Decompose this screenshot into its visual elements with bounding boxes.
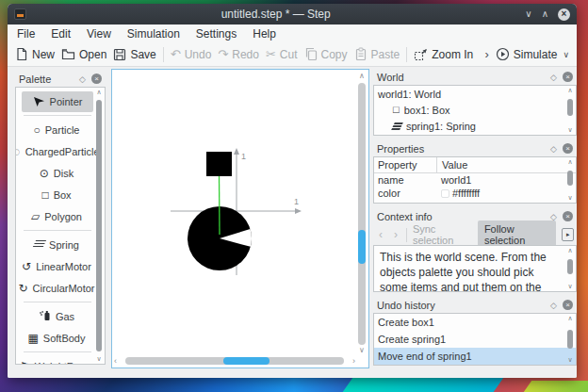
scroll-up-icon[interactable]: ∧: [356, 72, 368, 80]
canvas-horizontal-scrollbar[interactable]: ‹ ›: [114, 355, 355, 367]
undo-button[interactable]: ↶ Undo: [171, 48, 212, 61]
forward-icon[interactable]: ›: [391, 228, 400, 241]
scroll-down-icon[interactable]: ∨: [565, 194, 575, 202]
simulate-dropdown-icon[interactable]: ∨: [563, 50, 569, 59]
panel-close-icon[interactable]: ×: [563, 72, 573, 82]
panel-close-icon[interactable]: ×: [563, 211, 573, 221]
undo-panel-title: Undo history: [377, 300, 545, 311]
tree-item-label: spring1: Spring: [406, 121, 476, 132]
panel-close-icon[interactable]: ×: [91, 74, 102, 84]
tree-item-box1[interactable]: □ box1: Box: [374, 102, 576, 118]
undo-item[interactable]: Create box1: [374, 314, 576, 331]
scroll-up-icon[interactable]: ∧: [565, 87, 575, 94]
save-button[interactable]: Save: [113, 48, 155, 61]
world-canvas[interactable]: 1 1 ∧ ∨: [111, 69, 369, 368]
scrollbar-thumb[interactable]: [567, 330, 573, 349]
palette-item-pointer[interactable]: Pointer: [22, 91, 93, 112]
palette-separator: [24, 351, 91, 352]
palette-item-chargedparticle[interactable]: ◌ ChargedParticle: [18, 140, 95, 162]
scrollbar-track[interactable]: [125, 357, 344, 365]
world-scrollbar[interactable]: ∧ ∨: [565, 87, 575, 134]
palette-scrollbar[interactable]: ∧ ∨: [94, 89, 104, 363]
scroll-down-icon[interactable]: ∨: [565, 126, 575, 134]
canvas-vertical-scrollbar[interactable]: ∧ ∨: [356, 72, 368, 354]
scrollbar-thumb[interactable]: [96, 100, 102, 351]
pointer-icon: [33, 95, 45, 109]
palette-item-spring[interactable]: Spring: [18, 234, 95, 255]
property-row-time[interactable]: time 0 s: [374, 200, 576, 204]
property-row-name[interactable]: name world1: [374, 173, 576, 187]
float-icon[interactable]: ◇: [550, 301, 557, 310]
scroll-up-icon[interactable]: ∧: [565, 158, 575, 166]
new-button[interactable]: New: [15, 47, 55, 61]
simulate-button[interactable]: Simulate ∨: [496, 47, 569, 61]
zoom-in-button[interactable]: Zoom In: [414, 48, 473, 61]
show-panel-icon[interactable]: ▸: [562, 228, 574, 241]
panel-close-icon[interactable]: ×: [563, 300, 573, 310]
undo-scrollbar[interactable]: ∧ ∨: [565, 315, 575, 364]
palette-item-gas[interactable]: Gas: [18, 305, 95, 327]
panel-close-icon[interactable]: ×: [563, 143, 573, 154]
palette-item-softbody[interactable]: ▦ SoftBody: [18, 327, 95, 349]
open-button[interactable]: Open: [61, 48, 106, 61]
scroll-down-icon[interactable]: ∨: [94, 355, 104, 363]
toolbar-overflow-icon[interactable]: ›: [484, 47, 488, 61]
column-property[interactable]: Property: [374, 159, 436, 171]
column-value[interactable]: Value: [436, 157, 576, 172]
menu-settings[interactable]: Settings: [196, 27, 237, 41]
menu-simulation[interactable]: Simulation: [127, 27, 180, 41]
box1-body[interactable]: [206, 152, 232, 176]
scrollbar-thumb[interactable]: [223, 357, 270, 365]
property-row-color[interactable]: color #ffffffff: [374, 187, 576, 200]
properties-scrollbar[interactable]: ∧ ∨: [565, 158, 575, 202]
scroll-up-icon[interactable]: ∧: [565, 247, 575, 254]
palette-item-linearmotor[interactable]: ↺ LinearMotor: [18, 255, 95, 277]
menu-file[interactable]: File: [17, 27, 35, 41]
menu-help[interactable]: Help: [253, 27, 276, 41]
undo-item-selected[interactable]: Move end of spring1: [374, 348, 576, 365]
float-icon[interactable]: ◇: [550, 73, 557, 82]
scroll-left-icon[interactable]: ‹: [114, 355, 117, 367]
redo-button[interactable]: ↷ Redo: [218, 48, 259, 61]
scrollbar-thumb[interactable]: [567, 99, 573, 116]
context-scrollbar[interactable]: ∧ ∨: [565, 247, 575, 290]
maximize-icon[interactable]: ∧: [542, 9, 548, 19]
scroll-down-icon[interactable]: ∨: [565, 283, 575, 290]
menu-edit[interactable]: Edit: [51, 27, 71, 41]
float-icon[interactable]: ◇: [79, 74, 86, 84]
scroll-up-icon[interactable]: ∧: [94, 89, 104, 96]
toolbar-separator: [163, 47, 164, 62]
sync-selection-button[interactable]: Sync selection: [413, 223, 472, 246]
palette-item-weightforce[interactable]: ⚑ WeightForce: [18, 355, 95, 365]
close-icon[interactable]: ×: [558, 8, 570, 21]
copy-button[interactable]: Copy: [304, 47, 348, 61]
palette-item-box[interactable]: □ Box: [18, 184, 95, 205]
palette-item-circularmotor[interactable]: ↻ CircularMotor: [18, 277, 95, 299]
scroll-up-icon[interactable]: ∧: [565, 315, 575, 322]
scroll-right-icon[interactable]: ›: [352, 355, 355, 367]
spring1-body[interactable]: [220, 176, 220, 235]
palette-item-disk[interactable]: ⊙ Disk: [18, 162, 95, 184]
charged-particle-icon: ◌: [15, 146, 21, 157]
minimize-icon[interactable]: ∨: [525, 9, 531, 19]
float-icon[interactable]: ◇: [550, 144, 557, 154]
cut-button[interactable]: ✂ Cut: [266, 48, 298, 61]
float-icon[interactable]: ◇: [550, 212, 557, 221]
scroll-down-icon[interactable]: ∨: [356, 346, 368, 354]
tree-item-spring1[interactable]: spring1: Spring: [374, 118, 576, 134]
menu-view[interactable]: View: [87, 27, 111, 41]
paste-button[interactable]: Paste: [354, 47, 400, 61]
scrollbar-thumb[interactable]: [358, 230, 366, 264]
back-icon[interactable]: ‹: [376, 228, 385, 241]
palette-item-label: LinearMotor: [36, 261, 91, 272]
tree-item-world1[interactable]: world1: World: [374, 86, 576, 102]
palette-item-particle[interactable]: ○ Particle: [18, 119, 95, 140]
palette-item-polygon[interactable]: ▱ Polygon: [18, 205, 95, 227]
scrollbar-track[interactable]: [358, 83, 366, 345]
toolbar-separator: [406, 47, 407, 62]
scroll-down-icon[interactable]: ∨: [565, 356, 575, 364]
scrollbar-thumb[interactable]: [567, 259, 573, 274]
undo-item[interactable]: Create spring1: [374, 331, 576, 348]
scrollbar-thumb[interactable]: [567, 171, 573, 186]
titlebar[interactable]: untitled.step * — Step ∨ ∧ ×: [8, 4, 577, 24]
